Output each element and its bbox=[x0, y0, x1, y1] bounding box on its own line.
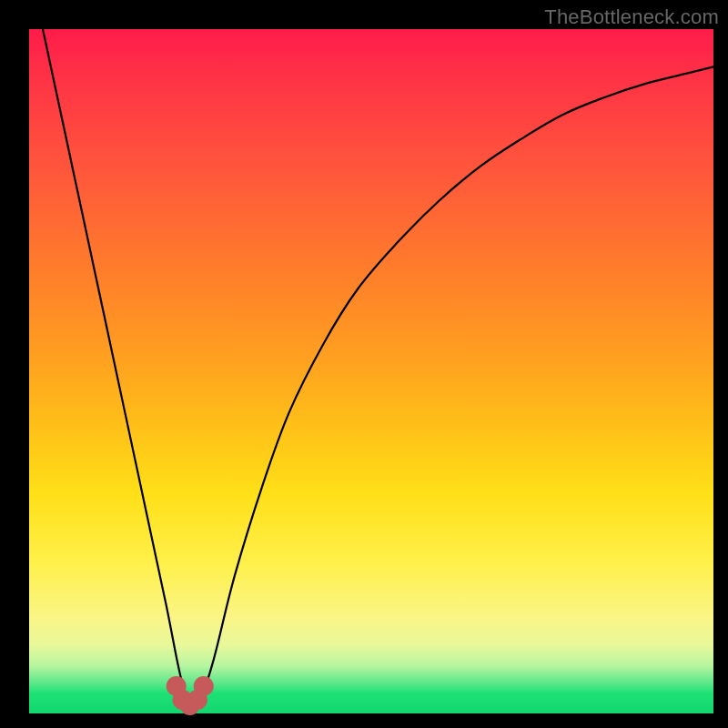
chart-frame: TheBottleneck.com bbox=[0, 0, 728, 728]
trough-marker bbox=[194, 676, 214, 696]
chart-svg bbox=[29, 29, 713, 713]
watermark-text: TheBottleneck.com bbox=[544, 5, 719, 29]
trough-markers bbox=[167, 676, 214, 715]
bottleneck-curve bbox=[43, 29, 713, 709]
